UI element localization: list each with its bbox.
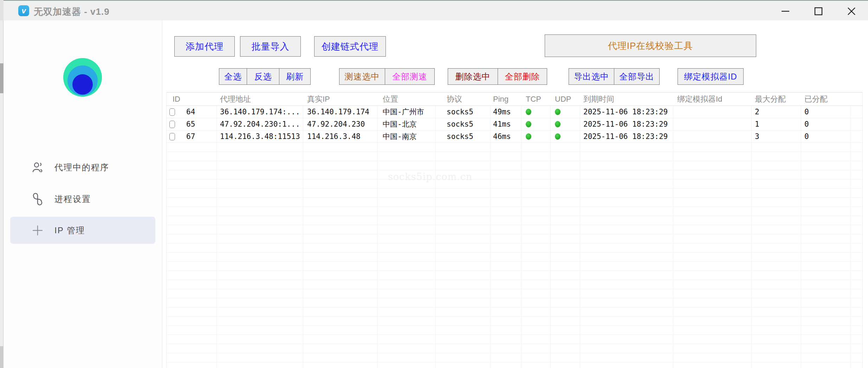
close-button[interactable] xyxy=(835,1,868,21)
column-header[interactable]: UDP xyxy=(550,93,580,106)
app-window: v 无双加速器 - v1.9 xyxy=(0,0,868,368)
cell-expire: 2025-11-06 18:23:29 xyxy=(580,106,673,118)
proxy-ip-online-check-tool-button[interactable]: 代理IP在线校验工具 xyxy=(545,34,756,57)
udp-status-dot xyxy=(555,121,561,127)
empty-row xyxy=(167,179,862,189)
background-strip-segment xyxy=(0,0,4,20)
empty-row xyxy=(167,353,862,362)
cell-proxy: 114.216.3.48:11513 xyxy=(216,131,303,142)
speedtest-selected-button[interactable]: 测速选中 xyxy=(339,68,385,85)
tcp-status-dot xyxy=(526,133,531,140)
tcp-status-dot xyxy=(526,121,531,127)
cell-allocated: 0 xyxy=(801,131,850,142)
sidebar: 代理中的程序 进程设置 IP 管理 xyxy=(4,20,162,368)
column-header[interactable]: 协议 xyxy=(435,93,490,106)
udp-status-dot xyxy=(555,133,561,140)
cell-allocated: 0 xyxy=(801,106,850,118)
column-header[interactable]: 绑定模拟器Id xyxy=(673,93,751,106)
empty-row xyxy=(167,326,862,335)
background-strip-segment xyxy=(0,346,4,368)
column-header[interactable]: 已分配 xyxy=(801,93,850,106)
cell-protocol: socks5 xyxy=(435,106,490,118)
cell-max_alloc: 3 xyxy=(751,131,801,142)
cell-udp xyxy=(550,118,580,130)
add-proxy-button[interactable]: 添加代理 xyxy=(174,36,235,57)
table-rows: 6436.140.179.174:...36.140.179.174中国-广州市… xyxy=(167,106,862,362)
column-header[interactable]: Ping xyxy=(490,93,521,106)
cell-ping: 41ms xyxy=(490,118,521,130)
table-row[interactable]: 67114.216.3.48:11513114.216.3.48中国-南京soc… xyxy=(167,131,862,143)
table-row[interactable]: 6547.92.204.230:1...47.92.204.230中国-北京so… xyxy=(167,118,862,131)
empty-row xyxy=(167,298,862,307)
cell-expire: 2025-11-06 18:23:29 xyxy=(580,131,673,142)
empty-row xyxy=(167,207,862,216)
column-header[interactable]: 真实IP xyxy=(303,93,377,106)
sidebar-item-proxied-programs[interactable]: 代理中的程序 xyxy=(10,154,155,181)
cell-tcp xyxy=(521,131,550,142)
cell-max_alloc: 2 xyxy=(751,106,801,118)
delete-selected-button[interactable]: 删除选中 xyxy=(448,68,498,85)
invert-selection-button[interactable]: 反选 xyxy=(247,68,279,85)
row-checkbox[interactable] xyxy=(169,121,175,128)
empty-row xyxy=(167,317,862,326)
speedtest-all-button[interactable]: 全部测速 xyxy=(385,68,435,85)
export-selected-button[interactable]: 导出选中 xyxy=(569,68,614,85)
table-row[interactable]: 6436.140.179.174:...36.140.179.174中国-广州市… xyxy=(167,106,862,118)
empty-row xyxy=(167,271,862,280)
close-icon xyxy=(847,7,856,15)
column-header[interactable]: TCP xyxy=(521,93,550,106)
column-header[interactable]: ID xyxy=(167,93,216,106)
export-all-button[interactable]: 全部导出 xyxy=(614,68,660,85)
cell-ping: 46ms xyxy=(490,131,521,142)
empty-row xyxy=(167,152,862,161)
cell-proxy: 36.140.179.174:... xyxy=(216,106,303,118)
empty-row xyxy=(167,243,862,253)
sidebar-item-process-settings[interactable]: 进程设置 xyxy=(10,185,155,212)
delete-all-button[interactable]: 全部删除 xyxy=(498,68,547,85)
cell-emulator_id xyxy=(673,131,751,142)
select-all-button[interactable]: 全选 xyxy=(219,68,247,85)
empty-row xyxy=(167,234,862,243)
selection-button-group: 全选 反选 刷新 xyxy=(219,68,311,85)
maximize-button[interactable] xyxy=(802,1,835,21)
background-window-strip xyxy=(0,0,4,368)
bind-button-group: 绑定模拟器ID xyxy=(678,68,744,85)
brand-logo xyxy=(63,58,102,97)
cell-real_ip: 114.216.3.48 xyxy=(303,131,377,142)
cell-real_ip: 36.140.179.174 xyxy=(303,106,377,118)
cell-real_ip: 47.92.204.230 xyxy=(303,118,377,130)
empty-row xyxy=(167,344,862,353)
cell-max_alloc: 1 xyxy=(751,118,801,130)
column-header[interactable]: 最大分配 xyxy=(751,93,801,106)
empty-row xyxy=(167,143,862,152)
app-logo-icon: v xyxy=(18,5,29,16)
empty-row xyxy=(167,262,862,271)
empty-row xyxy=(167,198,862,207)
sidebar-item-label: IP 管理 xyxy=(54,225,85,236)
empty-row xyxy=(167,189,862,198)
udp-status-dot xyxy=(555,109,561,115)
row-checkbox[interactable] xyxy=(169,133,175,140)
sidebar-item-label: 进程设置 xyxy=(54,193,91,205)
batch-import-button[interactable]: 批量导入 xyxy=(240,36,301,57)
bind-emulator-id-button[interactable]: 绑定模拟器ID xyxy=(678,68,744,85)
minimize-button[interactable] xyxy=(769,1,802,21)
row-checkbox[interactable] xyxy=(169,108,175,116)
column-header[interactable]: 代理地址 xyxy=(216,93,303,106)
empty-row xyxy=(167,253,862,262)
cell-id: 65 xyxy=(167,118,216,130)
titlebar: v 无双加速器 - v1.9 xyxy=(4,0,868,20)
column-header[interactable]: 位置 xyxy=(377,93,435,106)
cell-udp xyxy=(550,106,580,118)
empty-row xyxy=(167,170,862,179)
create-chain-proxy-button[interactable]: 创建链式代理 xyxy=(314,36,386,57)
row-id: 64 xyxy=(186,108,195,116)
window-title: 无双加速器 - v1.9 xyxy=(34,6,110,18)
refresh-button[interactable]: 刷新 xyxy=(279,68,311,85)
speedtest-button-group: 测速选中 全部测速 xyxy=(339,68,435,85)
cell-location: 中国-南京 xyxy=(377,131,435,142)
column-header[interactable]: 到期时间 xyxy=(580,93,673,106)
sidebar-item-ip-management[interactable]: IP 管理 xyxy=(10,217,155,244)
cell-id: 64 xyxy=(167,106,216,118)
cell-expire: 2025-11-06 18:23:29 xyxy=(580,118,673,130)
